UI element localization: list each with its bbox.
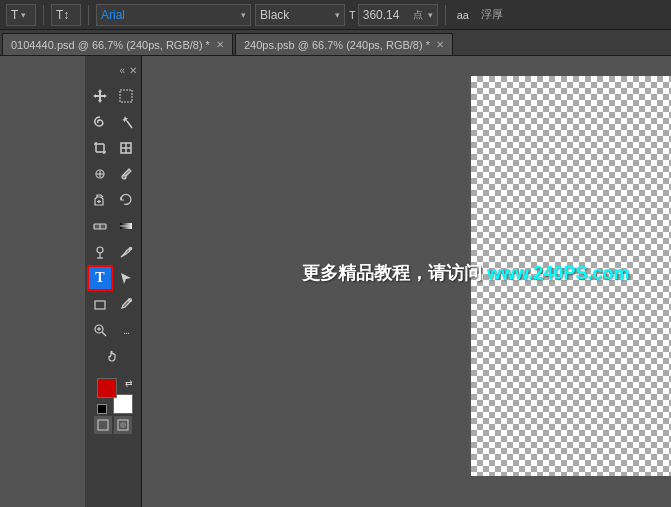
tool-row-7 <box>85 240 141 264</box>
tool-row-1 <box>85 84 141 108</box>
font-size-icon: T <box>349 9 356 21</box>
svg-marker-23 <box>121 273 131 284</box>
svg-point-19 <box>97 247 103 253</box>
panel-close-button[interactable]: ✕ <box>129 65 137 76</box>
zoom-tool[interactable] <box>88 318 112 342</box>
eyedropper-tool[interactable] <box>114 292 138 316</box>
panel-header: « ✕ <box>85 61 141 79</box>
shape-tool[interactable] <box>88 292 112 316</box>
svg-rect-0 <box>120 90 132 102</box>
lasso-tool[interactable] <box>88 110 112 134</box>
type-tool[interactable]: T <box>88 266 112 290</box>
tab-2-close[interactable]: ✕ <box>436 39 444 50</box>
top-toolbar: T ▾ T↕ Arial ▾ Black ▾ T 360.14 点 ▾ aa 浮… <box>0 0 671 30</box>
type-tool-arrow: ▾ <box>21 10 26 20</box>
foreground-color-swatch[interactable] <box>97 378 117 398</box>
type-tool-label: T <box>11 8 18 22</box>
tab-1[interactable]: 0104440.psd @ 66.7% (240ps, RGB/8) * ✕ <box>2 33 233 55</box>
font-style-arrow: ▾ <box>335 10 340 20</box>
tool-row-3 <box>85 136 141 160</box>
hand-tool[interactable] <box>101 344 125 368</box>
canvas-area: 更多精品教程，请访问 www.240PS.com <box>142 56 671 507</box>
history-tool[interactable] <box>114 188 138 212</box>
move-tool[interactable] <box>88 84 112 108</box>
tab-1-label: 0104440.psd @ 66.7% (240ps, RGB/8) * <box>11 39 210 51</box>
type-tool-button[interactable]: T ▾ <box>6 4 36 26</box>
svg-point-12 <box>122 175 126 179</box>
font-style-dropdown[interactable]: Black ▾ <box>255 4 345 26</box>
tab-2[interactable]: 240ps.psb @ 66.7% (240ps, RGB/8) * ✕ <box>235 33 453 55</box>
font-name-arrow: ▾ <box>241 10 246 20</box>
svg-rect-30 <box>98 420 108 430</box>
swap-colors-button[interactable]: ⇄ <box>125 378 133 388</box>
svg-point-32 <box>120 422 126 428</box>
font-size-area: T 360.14 点 ▾ <box>349 4 438 26</box>
panel-collapse-button[interactable]: « <box>119 65 125 76</box>
tab-2-label: 240ps.psb @ 66.7% (240ps, RGB/8) * <box>244 39 430 51</box>
type-orient-button[interactable]: T↕ <box>51 4 81 26</box>
font-size-dropdown[interactable]: 360.14 点 ▾ <box>358 4 438 26</box>
color-swatch-container: ⇄ <box>97 378 133 414</box>
svg-line-1 <box>127 121 132 128</box>
slice-tool[interactable] <box>114 136 138 160</box>
normal-mode-button[interactable] <box>94 416 112 434</box>
gradient-tool[interactable] <box>114 214 138 238</box>
anti-alias-button[interactable]: aa <box>453 9 473 21</box>
font-style-value: Black <box>260 8 332 22</box>
quick-mask-area <box>94 416 132 434</box>
tool-row-11 <box>85 344 141 368</box>
marquee-tool[interactable] <box>114 84 138 108</box>
tool-row-8: T <box>85 266 141 290</box>
stamp-tool[interactable] <box>88 188 112 212</box>
tool-panel: « ✕ <box>85 56 142 507</box>
separator-3 <box>445 5 446 25</box>
tool-row-5 <box>85 188 141 212</box>
watermark-text-part1: 更多精品教程，请访问 <box>302 263 487 283</box>
heal-tool[interactable] <box>88 162 112 186</box>
font-name-value: Arial <box>101 8 238 22</box>
eraser-tool[interactable] <box>88 214 112 238</box>
checker-background <box>471 76 671 476</box>
reset-colors-button[interactable] <box>97 404 107 414</box>
brush-tool[interactable] <box>114 162 138 186</box>
svg-line-27 <box>102 332 106 336</box>
separator-1 <box>43 5 44 25</box>
tool-row-9 <box>85 292 141 316</box>
magic-wand-tool[interactable] <box>114 110 138 134</box>
font-size-unit: 点 <box>413 8 423 22</box>
float-label: 浮厚 <box>477 7 507 22</box>
tool-row-10: ... <box>85 318 141 342</box>
main-area: « ✕ <box>0 56 671 507</box>
tab-1-close[interactable]: ✕ <box>216 39 224 50</box>
font-name-dropdown[interactable]: Arial ▾ <box>96 4 251 26</box>
more-options-btn[interactable]: ... <box>114 318 138 342</box>
type-orient-label: T↕ <box>56 8 69 22</box>
tab-bar: 0104440.psd @ 66.7% (240ps, RGB/8) * ✕ 2… <box>0 30 671 56</box>
pen-tool[interactable] <box>114 240 138 264</box>
tool-row-4 <box>85 162 141 186</box>
dodge-tool[interactable] <box>88 240 112 264</box>
font-size-arrow: ▾ <box>428 10 433 20</box>
tool-row-6 <box>85 214 141 238</box>
path-select-tool[interactable] <box>114 266 138 290</box>
type-tool-icon: T <box>95 270 104 286</box>
quick-mask-button[interactable] <box>114 416 132 434</box>
font-size-value: 360.14 <box>363 8 410 22</box>
svg-rect-24 <box>95 301 105 309</box>
tool-row-2 <box>85 110 141 134</box>
crop-tool[interactable] <box>88 136 112 160</box>
more-dots-icon: ... <box>123 325 128 336</box>
separator-2 <box>88 5 89 25</box>
